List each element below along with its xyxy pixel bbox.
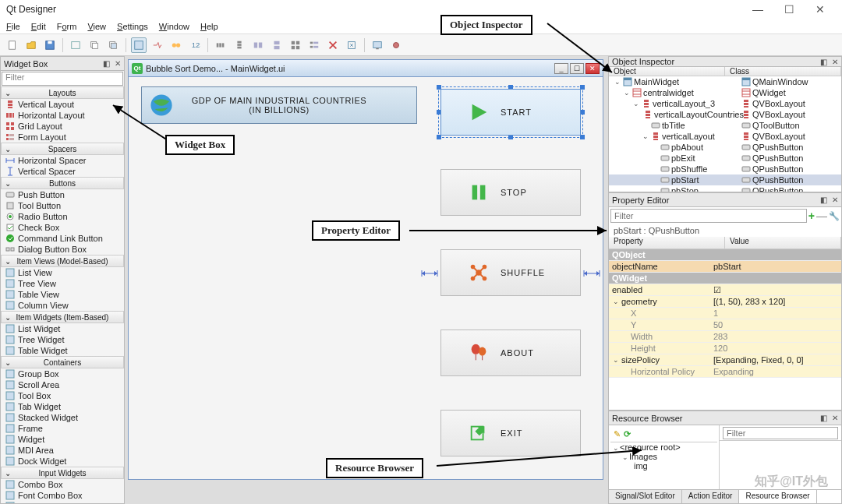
- property-row[interactable]: QObject: [609, 249, 841, 261]
- dock-close-icon[interactable]: ✕: [832, 58, 838, 66]
- widget-item[interactable]: Scroll Area: [1, 379, 124, 390]
- resource-node-img[interactable]: img: [634, 461, 648, 471]
- minimize-button[interactable]: —: [742, 3, 773, 16]
- property-row[interactable]: QWidget: [609, 273, 841, 284]
- form-minimize-icon[interactable]: _: [554, 63, 568, 74]
- property-row[interactable]: ⌄sizePolicy[Expanding, Fixed, 0, 0]: [609, 354, 841, 366]
- widget-item[interactable]: Tree Widget: [1, 334, 124, 345]
- resource-tree[interactable]: ✎⟳ ⌄<resource root> ⌄Images img: [609, 425, 720, 489]
- widget-box-filter[interactable]: Filter: [2, 72, 123, 86]
- pbstop-button[interactable]: STOP: [440, 169, 581, 216]
- widget-item[interactable]: Group Box: [1, 368, 124, 379]
- widget-item[interactable]: Tool Box: [1, 390, 124, 401]
- widget-item[interactable]: Radio Button: [1, 211, 124, 222]
- menu-edit[interactable]: Edit: [31, 22, 46, 31]
- inspector-row[interactable]: pbStopQPushButton: [609, 185, 841, 192]
- category-header[interactable]: Buttons: [1, 177, 124, 189]
- widget-item[interactable]: Dock Widget: [1, 456, 124, 467]
- property-row[interactable]: Horizontal PolicyExpanding: [609, 366, 841, 378]
- open-icon[interactable]: [23, 37, 39, 53]
- widget-item[interactable]: Grid Layout: [1, 121, 124, 132]
- widget-item[interactable]: MDI Area: [1, 445, 124, 456]
- widget-item[interactable]: List View: [1, 267, 124, 278]
- hlayout-icon[interactable]: [213, 37, 228, 53]
- inspector-row[interactable]: ⌄centralwidgetQWidget: [609, 87, 841, 98]
- category-header[interactable]: Input Widgets: [1, 467, 124, 479]
- widget-item[interactable]: Tab Widget: [1, 401, 124, 412]
- break-layout-icon[interactable]: [325, 37, 341, 53]
- widget-item[interactable]: Horizontal Spacer: [1, 155, 124, 166]
- dock-float-icon[interactable]: ◧: [103, 59, 110, 68]
- menu-view[interactable]: View: [87, 22, 106, 31]
- vsplit-icon[interactable]: [269, 37, 285, 53]
- paste-icon[interactable]: [105, 37, 121, 53]
- widget-item[interactable]: Table View: [1, 289, 124, 300]
- title-toolbutton[interactable]: GDP OF MAIN INDUSTRIAL COUNTRIES (IN BIL…: [141, 86, 417, 124]
- property-row[interactable]: ⌄geometry[(1, 50), 283 x 120]: [609, 296, 841, 308]
- inspector-row[interactable]: tbTitleQToolButton: [609, 120, 841, 131]
- widget-item[interactable]: Push Button: [1, 189, 124, 200]
- tab-mode-icon[interactable]: 123: [187, 37, 203, 53]
- dock-float-icon[interactable]: ◧: [820, 196, 827, 204]
- widget-item[interactable]: Horizontal Layout: [1, 110, 124, 121]
- pbstart-button[interactable]: START: [440, 89, 581, 136]
- buddy-mode-icon[interactable]: [168, 37, 184, 53]
- undo-icon[interactable]: [68, 37, 83, 53]
- tab-action-editor[interactable]: Action Editor: [682, 490, 740, 503]
- signal-mode-icon[interactable]: [150, 37, 165, 53]
- widget-item[interactable]: Combo Box: [1, 479, 124, 490]
- property-row[interactable]: Y50: [609, 319, 841, 331]
- widget-item[interactable]: Table Widget: [1, 345, 124, 356]
- widget-item[interactable]: Tree View: [1, 278, 124, 289]
- widget-item[interactable]: Tool Button: [1, 200, 124, 211]
- menu-window[interactable]: Window: [159, 22, 189, 31]
- dock-float-icon[interactable]: ◧: [820, 414, 827, 422]
- pbshuffle-button[interactable]: SHUFFLE: [440, 249, 581, 296]
- category-header[interactable]: Item Widgets (Item-Based): [1, 311, 124, 323]
- remove-property-icon[interactable]: —: [816, 210, 827, 222]
- widget-item[interactable]: List Widget: [1, 323, 124, 334]
- vlayout-icon[interactable]: [232, 37, 247, 53]
- widget-item[interactable]: Widget: [1, 434, 124, 445]
- tab-resource-browser[interactable]: Resource Browser: [739, 490, 816, 503]
- property-filter-input[interactable]: [610, 209, 807, 223]
- form-layout-icon[interactable]: [306, 37, 322, 53]
- reload-resource-icon[interactable]: ⟳: [624, 429, 631, 439]
- new-icon[interactable]: [5, 37, 20, 53]
- dock-float-icon[interactable]: ◧: [820, 58, 827, 66]
- settings-icon[interactable]: [388, 37, 404, 53]
- tab-signal-slot[interactable]: Signal/Slot Editor: [609, 490, 682, 503]
- adjust-size-icon[interactable]: [344, 37, 359, 53]
- category-header[interactable]: Layouts: [1, 86, 124, 99]
- widget-item[interactable]: Font Combo Box: [1, 490, 124, 501]
- widget-item[interactable]: Command Link Button: [1, 233, 124, 244]
- widget-item[interactable]: Column View: [1, 300, 124, 311]
- menu-settings[interactable]: Settings: [117, 22, 148, 31]
- resource-root[interactable]: <resource root>: [620, 442, 681, 452]
- form-canvas[interactable]: Qt Bubble Sort Demo... - MainWidget.ui _…: [125, 56, 608, 504]
- widget-item[interactable]: Line Edit: [1, 501, 124, 503]
- inspector-row[interactable]: pbShuffleQPushButton: [609, 164, 841, 174]
- inspector-row[interactable]: ⌄verticalLayoutQVBoxLayout: [609, 131, 841, 142]
- hsplit-icon[interactable]: [250, 37, 266, 53]
- close-button[interactable]: ✕: [805, 3, 836, 16]
- inspector-row[interactable]: pbExitQPushButton: [609, 153, 841, 164]
- widget-item[interactable]: Stacked Widget: [1, 412, 124, 423]
- widget-mode-icon[interactable]: [131, 37, 147, 53]
- grid-icon[interactable]: [288, 37, 303, 53]
- dock-close-icon[interactable]: ✕: [832, 414, 838, 422]
- form-close-icon[interactable]: ✕: [586, 63, 600, 74]
- inspector-row[interactable]: verticalLayoutCountriesQVBoxLayout: [609, 109, 841, 120]
- widget-item[interactable]: Form Layout: [1, 132, 124, 143]
- inspector-row[interactable]: pbAboutQPushButton: [609, 142, 841, 153]
- property-row[interactable]: enabled☑: [609, 284, 841, 296]
- property-row[interactable]: X1: [609, 308, 841, 319]
- category-header[interactable]: Item Views (Model-Based): [1, 255, 124, 267]
- menu-form[interactable]: Form: [57, 22, 77, 31]
- dock-close-icon[interactable]: ✕: [115, 59, 121, 68]
- widget-item[interactable]: Frame: [1, 423, 124, 434]
- maximize-button[interactable]: ☐: [773, 3, 805, 16]
- category-header[interactable]: Containers: [1, 356, 124, 368]
- pbabout-button[interactable]: ABOUT: [440, 330, 581, 376]
- config-icon[interactable]: 🔧: [829, 211, 840, 221]
